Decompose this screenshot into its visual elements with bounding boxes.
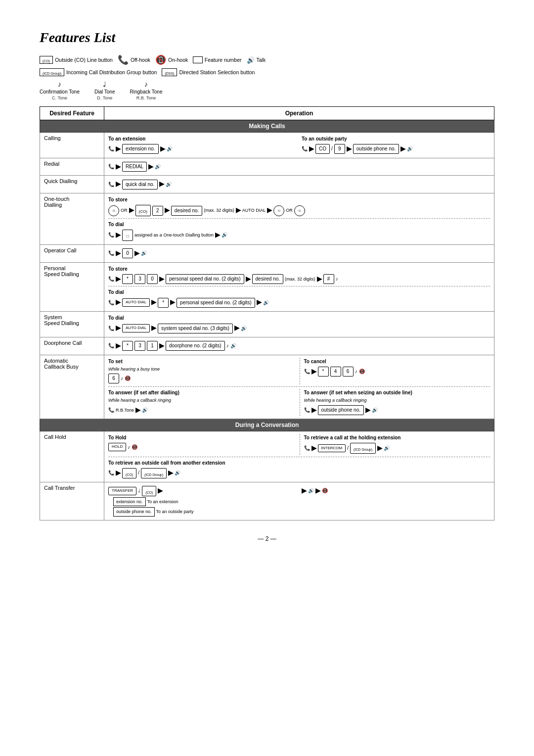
callback-while-callback: While hearing a callback ringing: [108, 397, 295, 404]
section-during-label: During a Conversation: [40, 419, 494, 431]
one-touch-offhook: 📞: [108, 231, 114, 239]
hold-to-hold-label: To Hold: [108, 434, 295, 442]
hold-intercom-btn: INTERCOM: [318, 444, 346, 453]
personal-arrow4: ▶: [317, 274, 322, 284]
operation-quick-dialling: 📞 ▶ quick dial no. ▶ 🔊: [104, 176, 494, 193]
hold-talk2: 🔊: [175, 469, 180, 477]
confirmation-tone-symbol: ♪: [58, 80, 61, 88]
operation-calling: To an extension 📞 ▶ extension no. ▶ 🔊 To…: [104, 132, 494, 158]
hold-arrow1: ▶: [312, 443, 316, 454]
transfer-co-btn: (CO): [142, 486, 156, 496]
one-touch-store-btn: ○: [273, 205, 284, 216]
callback-rb-tone: R.B.Tone: [116, 407, 134, 414]
one-touch-dialling-btn: □: [122, 230, 133, 241]
personal-talk: 🔊: [263, 299, 269, 307]
calling-slash: /: [331, 145, 333, 153]
callback-talk4: 🔊: [372, 406, 378, 414]
calling-offhook: 📞: [108, 145, 114, 153]
one-touch-max: (max. 32 digits): [204, 207, 234, 214]
callback-talk3: 🔊: [142, 406, 148, 414]
one-touch-or2: OR: [286, 207, 293, 214]
doorphone-three-btn: 3: [134, 341, 145, 351]
system-autodial-btn: AUTO DIAL: [122, 324, 150, 332]
table-row: SystemSpeed Dialling To dial 📞 ▶ AUTO DI…: [40, 312, 494, 337]
feature-redial: Redial: [40, 158, 104, 176]
feature-operator: Operator Call: [40, 244, 104, 262]
ringback-tone-symbol: ♪: [144, 80, 148, 88]
operation-call-hold: To Hold HOLD ♪ 📵 To retrieve a call at t…: [104, 431, 494, 482]
doorphone-star-btn: *: [122, 341, 133, 351]
section-making-calls-label: Making Calls: [40, 120, 494, 132]
personal-arrow1: ▶: [116, 274, 121, 284]
transfer-btn: TRANSFER: [108, 487, 136, 495]
table-row: AutomaticCallback Busy To set While hear…: [40, 355, 494, 419]
hold-arrow3: ▶: [116, 468, 121, 478]
personal-offhook: 📞: [108, 275, 114, 283]
callback-star-btn: *: [318, 367, 329, 377]
callback-six-btn2: 6: [343, 367, 354, 377]
personal-speed-btn: personal speed dial no. (2 digits): [166, 274, 244, 284]
dial-tone-sub: D. Tone: [97, 95, 112, 100]
transfer-arrow3: ▶: [315, 486, 320, 496]
ringback-tone: ♪ Ringback Tone R.B. Tone: [130, 80, 163, 100]
callback-arrow3: ▶: [312, 405, 316, 416]
personal-zero-btn: 0: [147, 274, 158, 284]
personal-hash-btn: #: [323, 274, 334, 284]
calling-arrow2: ▶: [160, 144, 165, 154]
calling-offhook2: 📞: [302, 145, 308, 153]
on-hook-icon: 📵: [155, 54, 166, 65]
redial-btn: REDIAL: [122, 162, 147, 172]
dial-tone-symbol: ♩: [103, 80, 106, 88]
dial-tone: ♩ Dial Tone D. Tone: [94, 80, 115, 100]
operator-talk: 🔊: [141, 249, 147, 257]
one-touch-arrow2: ▶: [165, 205, 170, 216]
personal-arrow6: ▶: [151, 297, 156, 308]
redial-offhook: 📞: [108, 163, 114, 171]
hold-talk: 🔊: [384, 444, 390, 452]
system-arrow2: ▶: [151, 323, 156, 333]
features-table: Desired Feature Operation Making Calls C…: [40, 106, 494, 520]
operation-doorphone: 📞 ▶ * 3 1 ▶ doorphone no. (2 digits) ♪ 🔊: [104, 337, 494, 355]
hold-onhook: 📵: [132, 443, 137, 451]
hold-slash2: /: [138, 469, 139, 477]
col-header-operation: Operation: [104, 106, 494, 120]
hold-icd-btn2: (ICD Group): [141, 468, 167, 478]
one-touch-prog-btn2: ○: [294, 205, 305, 216]
doorphone-no-btn: doorphone no. (2 digits): [166, 341, 225, 351]
system-talk: 🔊: [241, 325, 247, 332]
calling-arrow4: ▶: [347, 144, 352, 154]
table-row: Operator Call 📞 ▶ 0 ▶ 🔊: [40, 244, 494, 262]
table-header-row: Desired Feature Operation: [40, 106, 494, 120]
table-row: PersonalSpeed Dialling To store 📞 ▶ * 3 …: [40, 262, 494, 312]
operation-operator: 📞 ▶ 0 ▶ 🔊: [104, 244, 494, 262]
off-hook-label: Off-hook: [131, 57, 150, 63]
calling-ext-label: To an extension: [108, 135, 297, 143]
system-dial-label: To dial: [108, 314, 490, 322]
personal-arrow2: ▶: [159, 274, 164, 284]
callback-tone2: ♪: [355, 368, 357, 376]
personal-arrow8: ▶: [257, 297, 262, 308]
table-row: One-touchDialling To store ○ OR ▶ (CO) 2…: [40, 193, 494, 245]
hold-retrieve-another-label: To retrieve an outside call from another…: [108, 459, 490, 467]
feature-one-touch: One-touchDialling: [40, 193, 104, 245]
one-touch-dial-label: To dial: [108, 221, 490, 229]
hold-co-btn: (CO): [122, 468, 136, 478]
operation-redial: 📞 ▶ REDIAL ▶ 🔊: [104, 158, 494, 176]
doorphone-offhook: 📞: [108, 342, 114, 350]
one-touch-prog-btn: ○: [108, 205, 119, 216]
one-touch-desired-btn: desired no.: [171, 206, 202, 216]
callback-onhook2: 📵: [359, 368, 365, 376]
dss-label: Directed Station Selection button: [179, 69, 255, 75]
feature-system-speed: SystemSpeed Dialling: [40, 312, 104, 337]
feature-num-label: Feature number: [205, 57, 242, 63]
callback-tone: ♪: [121, 375, 123, 382]
table-row: Doorphone Call 📞 ▶ * 3 1 ▶ doorphone no.…: [40, 337, 494, 355]
feature-personal-speed: PersonalSpeed Dialling: [40, 262, 104, 312]
one-touch-co-btn: (CO): [135, 205, 151, 216]
ringback-tone-sub: R.B. Tone: [136, 95, 156, 100]
callback-answer-after-label: To answer (if set after dialling): [108, 389, 295, 397]
operation-call-transfer: TRANSFER ♩ (CO) ▶ extension no. To an ex…: [104, 482, 494, 520]
transfer-onhook: 📵: [322, 487, 328, 495]
off-hook-icon: 📞: [118, 54, 129, 65]
system-offhook: 📞: [108, 325, 114, 332]
